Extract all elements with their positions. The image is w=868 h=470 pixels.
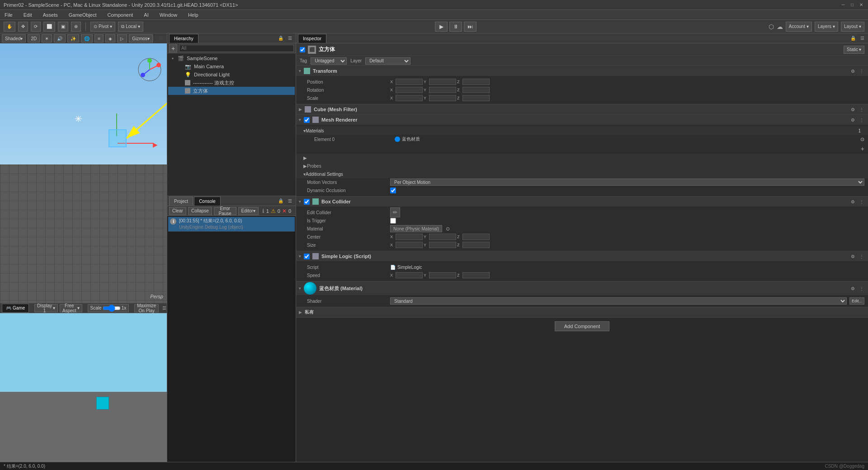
scale-y[interactable]: 1 [429,95,456,101]
size-x[interactable]: 1 [396,242,423,248]
menu-help[interactable]: Help [186,11,200,19]
inspector-menu-icon[interactable]: ☰ [858,34,866,42]
console-clear-btn[interactable]: Clear [169,207,186,215]
console-collapse-btn[interactable]: Collapse [188,207,212,215]
mesh-filter-header[interactable]: ▶ Cube (Mesh Filter) ⚙ ⋮ [296,104,868,114]
scale-slider[interactable] [103,306,121,310]
tag-dropdown[interactable]: Untagged [311,57,347,65]
center-z[interactable]: 0 [462,234,490,240]
list-item-main-camera[interactable]: 📷 Main Camera [168,62,295,70]
transform-header[interactable]: ▾ Transform ⚙ ⋮ [296,66,868,76]
add-component-btn[interactable]: Add Component [555,321,610,331]
static-dropdown[interactable]: Static ▾ [844,46,864,54]
simple-logic-enable[interactable] [304,254,310,259]
tab-inspector[interactable]: Inspector [298,34,326,43]
rot-z[interactable]: 0 [462,87,490,93]
materials-foldout[interactable]: ▾ Materials 1 [296,127,868,135]
menu-file[interactable]: File [3,11,14,19]
material-overflow-icon[interactable]: ⋮ [858,285,865,292]
tab-game[interactable]: 🎮 Game [2,304,29,313]
transform-overflow-icon[interactable]: ⋮ [858,67,865,75]
mesh-filter-overflow-icon[interactable]: ⋮ [858,106,865,113]
box-collider-enable[interactable] [304,199,310,205]
transform-settings-icon[interactable]: ⚙ [849,67,856,75]
list-item-samplescene[interactable]: ▾ 🎬 SampleScene [168,54,295,62]
box-collider-settings-icon[interactable]: ⚙ [849,198,856,205]
speed-x[interactable]: 0 [396,272,423,278]
gizmos-btn[interactable]: Gizmos ▾ [129,34,153,42]
scene-light-btn[interactable]: ☀ [42,34,52,42]
mesh-renderer-enable[interactable] [304,117,310,123]
console-error-pause-btn[interactable]: Error Pause [214,207,236,215]
motion-vectors-dropdown[interactable]: Per Object Motion [390,179,864,186]
close-btn[interactable]: ✕ [858,2,864,8]
center-y[interactable]: 0 [429,234,456,240]
is-trigger-checkbox[interactable] [390,218,396,224]
lighting-foldout[interactable]: ▶ [296,154,868,162]
hierarchy-add-btn[interactable]: + [169,44,177,52]
material-pick-icon[interactable]: ⊙ [860,136,864,142]
mesh-renderer-settings-icon[interactable]: ⚙ [849,116,856,123]
console-editor-btn[interactable]: Editor ▾ [238,207,259,215]
tab-project[interactable]: Project [169,197,193,206]
menu-ai[interactable]: AI [142,11,150,19]
scale-z[interactable]: 1 [462,95,490,101]
size-y[interactable]: 1 [429,242,456,248]
rot-y[interactable]: 0 [429,87,456,93]
pos-z[interactable]: 4 [462,79,490,85]
simple-logic-header[interactable]: ▾ Simple Logic (Script) ⚙ ⋮ [296,251,868,261]
add-material-icon[interactable]: + [861,145,864,152]
list-item-directional-light[interactable]: 💡 Directional Light [168,70,295,79]
material-header[interactable]: ▾ 蓝色材质 (Material) ⚙ ⋮ [296,282,868,295]
tool-hand[interactable]: ✋ [4,22,15,32]
probes-foldout[interactable]: ▶ Probes [296,162,868,170]
edit-collider-btn[interactable]: ✏ [390,207,400,217]
inspector-lock-icon[interactable]: 🔒 [849,34,857,42]
speed-y[interactable]: 0 [429,272,456,278]
scene-3d-content[interactable]: ✳ ▶ [0,43,167,303]
menu-edit[interactable]: Edit [22,11,34,19]
minimize-btn[interactable]: ─ [840,2,846,8]
pause-button[interactable]: ⏸ [449,22,462,32]
hierarchy-lock-icon[interactable]: 🔒 [277,34,285,42]
pos-y[interactable]: 0 [429,79,456,85]
console-lock-icon[interactable]: 🔒 [277,197,285,205]
hierarchy-menu-icon[interactable]: ☰ [286,34,294,42]
scene-audio-btn[interactable]: 🔊 [54,34,66,42]
tab-console[interactable]: Console [194,197,221,206]
size-z[interactable]: 1 [462,242,490,248]
list-item-cube[interactable]: 立方体 [168,87,295,95]
menu-window[interactable]: Window [158,11,179,19]
speed-z[interactable]: 0 [462,272,490,278]
material-settings-icon[interactable]: ⚙ [849,285,856,292]
scale-x[interactable]: 1 [396,95,423,101]
game-menu-icon[interactable]: ☰ [162,304,166,312]
tool-rect[interactable]: ▣ [58,22,68,32]
list-item-game-controller[interactable]: ------------ 游戏主控 [168,79,295,87]
simple-logic-overflow-icon[interactable]: ⋮ [858,253,865,260]
local-btn[interactable]: ⧉ Local ▾ [118,22,143,32]
menu-gameobject[interactable]: GameObject [67,11,99,19]
scale-btn[interactable]: Scale 1x [88,304,129,312]
scene-cube[interactable] [108,129,127,147]
tool-move[interactable]: ✥ [18,22,28,32]
maximize-btn[interactable]: Maximize On Play [134,304,159,312]
obj-active-checkbox[interactable] [300,47,305,52]
layer-dropdown[interactable]: Default [365,57,410,65]
box-collider-header[interactable]: ▾ Box Collider ⚙ ⋮ [296,197,868,207]
additional-settings-foldout[interactable]: ▾ Additional Settings [296,170,868,178]
scene-gizmo[interactable] [136,56,163,83]
display-dropdown[interactable]: Display 1 ▾ [34,304,58,312]
tool-scale[interactable]: ⬜ [43,22,55,32]
restore-btn[interactable]: □ [849,2,855,8]
simple-logic-settings-icon[interactable]: ⚙ [849,253,856,260]
step-button[interactable]: ⏭ [464,22,476,32]
aspect-dropdown[interactable]: Free Aspect ▾ [60,304,82,312]
private-header[interactable]: ▶ 私有 [296,307,868,317]
console-entry[interactable]: ℹ [00:31:55] * 结果=(2.0, 6.0, 0.0) UnityE… [168,217,295,232]
scene-flare-btn[interactable]: ◈ [105,34,115,42]
scene-fx-btn[interactable]: ✨ [67,34,79,42]
console-menu-icon[interactable]: ☰ [286,197,294,205]
pos-x[interactable]: 3 [396,79,423,85]
tool-rotate[interactable]: ⟳ [31,22,41,32]
